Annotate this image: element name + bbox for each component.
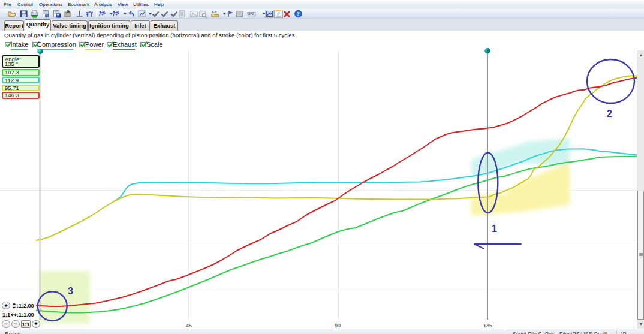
- svg-text:?: ?: [297, 11, 300, 17]
- svg-text:1: 1: [492, 224, 497, 234]
- svg-text:a-z: a-z: [212, 10, 216, 14]
- svg-text:3: 3: [68, 286, 73, 296]
- svg-text:2: 2: [607, 109, 612, 119]
- svg-text:a=c: a=c: [248, 12, 254, 16]
